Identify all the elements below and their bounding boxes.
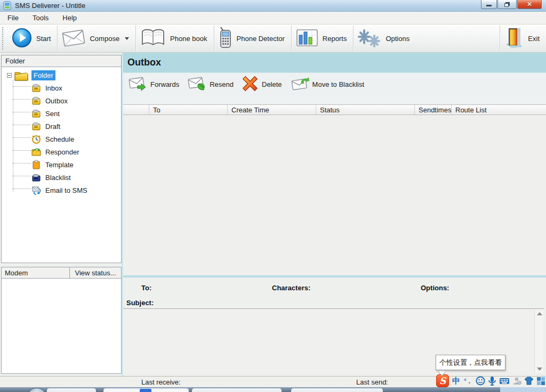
view-status-button[interactable]: View status...	[69, 267, 121, 278]
options-label: Options	[386, 35, 410, 43]
ime-toolbox-icon[interactable]	[536, 375, 546, 386]
ime-voice-icon[interactable]	[487, 375, 497, 386]
phone-book-button[interactable]: Phone book	[136, 26, 213, 51]
taskbar-button[interactable]	[291, 388, 383, 392]
titlebar: SMS Deliverer - Untitle ✕	[0, 0, 546, 12]
tree-node-schedule[interactable]: Schedule	[2, 133, 121, 145]
tree-node-draft-label[interactable]: Draft	[45, 123, 60, 130]
column-to[interactable]: To	[149, 105, 228, 115]
ime-tooltip-text: 个性设置，点我看看	[439, 358, 502, 368]
toolbar-grip[interactable]	[2, 27, 4, 50]
tree-node-folder[interactable]: Folder	[2, 69, 121, 81]
column-route-list[interactable]: Route List	[452, 105, 546, 115]
tree-node-outbox-label[interactable]: Outbox	[45, 97, 68, 105]
scroll-down-icon[interactable]	[537, 368, 542, 371]
tree-connector	[13, 163, 31, 164]
tree-node-email-to-sms-label[interactable]: Email to SMS	[45, 186, 87, 194]
tree-node-inbox-label[interactable]: Inbox	[45, 84, 62, 92]
tree-connector	[13, 112, 31, 112]
column-sendtimes[interactable]: Sendtimes	[415, 105, 452, 115]
start-label: Start	[36, 35, 51, 43]
message-body-scrollbar[interactable]	[534, 309, 543, 373]
toolbar: Start Compose Phone book Phone Detector …	[0, 24, 546, 53]
sent-icon	[31, 109, 41, 118]
phone-detector-label: Phone Detector	[237, 35, 285, 43]
resend-label: Resend	[210, 80, 234, 88]
minimize-button[interactable]	[481, 0, 497, 9]
taskbar-button[interactable]	[192, 388, 282, 392]
tree-node-email-to-sms[interactable]: Email to SMS	[2, 184, 121, 197]
app-icon	[3, 2, 12, 10]
sogou-logo-icon[interactable]: S	[436, 374, 449, 387]
tree-connector	[13, 80, 13, 192]
options-icon	[358, 28, 381, 49]
menu-tools[interactable]: Tools	[33, 14, 49, 22]
tree-node-folder-label[interactable]: Folder	[31, 70, 55, 80]
delete-button[interactable]: Delete	[241, 75, 287, 94]
responder-icon	[31, 147, 41, 157]
modem-list[interactable]	[1, 278, 122, 374]
taskbar-tray[interactable]	[500, 387, 546, 392]
phone-detector-button[interactable]: Phone Detector	[214, 26, 291, 51]
exit-label: Exit	[528, 35, 540, 43]
ime-language-toggle[interactable]: 中	[451, 375, 461, 386]
scroll-up-icon[interactable]	[537, 312, 542, 315]
inbox-icon	[31, 83, 41, 93]
table-header: To Create Time Status Sendtimes Route Li…	[123, 104, 546, 115]
tree-connector	[13, 125, 31, 125]
last-send-label: Last send:	[356, 378, 388, 386]
view-status-label: View status...	[75, 269, 116, 277]
options-button[interactable]: Options	[354, 26, 416, 51]
ime-keyboard-icon[interactable]	[499, 375, 510, 386]
taskbar-app-icon[interactable]	[140, 389, 151, 392]
tree-node-blacklist[interactable]: Blacklist	[2, 171, 121, 184]
folder-tree: Folder Inbox Outbox Sent Draft Schedule	[1, 67, 122, 263]
tree-node-blacklist-label[interactable]: Blacklist	[45, 174, 71, 182]
compose-icon	[62, 29, 85, 48]
reports-label: Reports	[323, 35, 347, 43]
column-create-time[interactable]: Create Time	[228, 105, 316, 115]
tree-node-sent-label[interactable]: Sent	[45, 110, 60, 118]
ime-skin-icon[interactable]	[524, 375, 534, 386]
compose-dropdown-caret[interactable]	[125, 37, 129, 40]
menu-help[interactable]: Help	[62, 14, 77, 22]
ime-punctuation-toggle[interactable]: °，	[463, 375, 473, 386]
close-button[interactable]: ✕	[517, 0, 542, 9]
tree-node-outbox[interactable]: Outbox	[2, 94, 121, 107]
tree-node-inbox[interactable]: Inbox	[2, 81, 121, 94]
email-to-sms-icon	[31, 185, 41, 195]
tree-node-template-label[interactable]: Template	[45, 161, 74, 169]
column-status[interactable]: Status	[316, 105, 415, 115]
options-label: Options:	[421, 284, 449, 292]
window-title: SMS Deliverer - Untitle	[15, 2, 85, 10]
column-select[interactable]	[123, 105, 149, 115]
tree-node-schedule-label[interactable]: Schedule	[45, 135, 74, 143]
compose-button[interactable]: Compose	[58, 26, 135, 51]
message-list[interactable]	[123, 115, 546, 275]
tree-node-draft[interactable]: Draft	[2, 120, 121, 133]
ime-account-icon[interactable]	[512, 375, 522, 386]
tree-node-responder-label[interactable]: Responder	[45, 148, 79, 156]
ime-tooltip[interactable]: 个性设置，点我看看	[436, 355, 505, 370]
reports-button[interactable]: Reports	[292, 26, 354, 51]
tree-node-template[interactable]: Template	[2, 158, 121, 171]
taskbar-button[interactable]	[47, 388, 96, 392]
forwards-button[interactable]: Forwards	[127, 76, 184, 93]
modem-header-label: Modem	[2, 269, 69, 277]
phone-detector-icon	[219, 27, 232, 50]
app-window: SMS Deliverer - Untitle ✕ File Tools Hel…	[0, 0, 546, 392]
tree-node-sent[interactable]: Sent	[2, 107, 121, 120]
forwards-icon	[129, 77, 147, 92]
ime-emoji-icon[interactable]	[475, 375, 485, 386]
modem-panel-header: Modem View status...	[1, 267, 122, 279]
start-icon	[12, 28, 32, 50]
collapse-icon[interactable]	[7, 73, 12, 78]
move-to-blacklist-button[interactable]: Move to Blacklist	[290, 76, 370, 93]
resend-button[interactable]: Resend	[187, 76, 239, 93]
restore-button[interactable]	[497, 0, 517, 9]
menu-file[interactable]: File	[7, 14, 19, 22]
start-button[interactable]: Start	[7, 26, 57, 51]
exit-button[interactable]: Exit	[500, 26, 546, 51]
tree-node-responder[interactable]: Responder	[2, 145, 121, 158]
start-orb[interactable]	[28, 388, 46, 392]
